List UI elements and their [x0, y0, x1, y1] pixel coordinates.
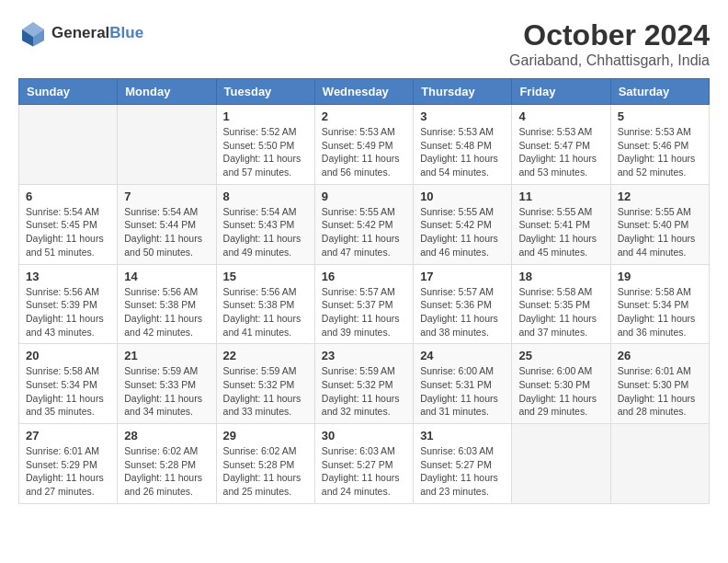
day-number: 8: [223, 190, 308, 203]
day-info: Sunrise: 5:55 AM Sunset: 5:42 PM Dayligh…: [420, 205, 505, 259]
day-info: Sunrise: 5:58 AM Sunset: 5:35 PM Dayligh…: [518, 285, 603, 339]
day-number: 20: [26, 349, 110, 362]
day-info: Sunrise: 5:59 AM Sunset: 5:32 PM Dayligh…: [322, 364, 406, 419]
day-info: Sunrise: 5:57 AM Sunset: 5:36 PM Dayligh…: [420, 285, 505, 339]
logo-icon: [18, 18, 48, 48]
day-number: 14: [124, 270, 209, 283]
day-info: Sunrise: 6:00 AM Sunset: 5:31 PM Dayligh…: [420, 364, 505, 419]
calendar-week-row: 20Sunrise: 5:58 AM Sunset: 5:34 PM Dayli…: [19, 344, 710, 424]
day-info: Sunrise: 5:53 AM Sunset: 5:48 PM Dayligh…: [420, 125, 505, 179]
calendar-day-cell: [610, 424, 709, 504]
day-number: 21: [124, 349, 209, 362]
calendar-day-cell: [19, 105, 118, 185]
day-number: 1: [223, 109, 308, 123]
calendar-header-cell: Saturday: [610, 79, 709, 105]
calendar-day-cell: 27Sunrise: 6:01 AM Sunset: 5:29 PM Dayli…: [19, 424, 118, 504]
day-number: 30: [322, 429, 406, 442]
day-info: Sunrise: 5:55 AM Sunset: 5:40 PM Dayligh…: [618, 205, 702, 259]
calendar-day-cell: 23Sunrise: 5:59 AM Sunset: 5:32 PM Dayli…: [314, 344, 413, 424]
calendar-header-cell: Wednesday: [314, 79, 413, 105]
calendar-day-cell: 12Sunrise: 5:55 AM Sunset: 5:40 PM Dayli…: [610, 184, 709, 264]
calendar-day-cell: 14Sunrise: 5:56 AM Sunset: 5:38 PM Dayli…: [118, 264, 216, 344]
day-info: Sunrise: 5:53 AM Sunset: 5:47 PM Dayligh…: [518, 125, 603, 179]
calendar-day-cell: 2Sunrise: 5:53 AM Sunset: 5:49 PM Daylig…: [314, 105, 413, 185]
calendar-day-cell: 13Sunrise: 5:56 AM Sunset: 5:39 PM Dayli…: [19, 264, 118, 344]
calendar-header-cell: Monday: [118, 79, 216, 105]
day-number: 11: [518, 190, 603, 203]
day-number: 3: [420, 109, 505, 123]
day-number: 24: [420, 349, 505, 362]
calendar-header: SundayMondayTuesdayWednesdayThursdayFrid…: [19, 79, 710, 105]
day-number: 7: [124, 190, 209, 203]
day-number: 6: [26, 190, 110, 203]
day-number: 12: [618, 190, 702, 203]
day-info: Sunrise: 5:56 AM Sunset: 5:39 PM Dayligh…: [26, 285, 110, 339]
calendar-day-cell: 17Sunrise: 5:57 AM Sunset: 5:36 PM Dayli…: [414, 264, 512, 344]
calendar-day-cell: 4Sunrise: 5:53 AM Sunset: 5:47 PM Daylig…: [512, 105, 610, 185]
day-number: 31: [420, 429, 505, 442]
calendar-day-cell: 6Sunrise: 5:54 AM Sunset: 5:45 PM Daylig…: [19, 184, 118, 264]
calendar-header-cell: Friday: [512, 79, 610, 105]
calendar-week-row: 13Sunrise: 5:56 AM Sunset: 5:39 PM Dayli…: [19, 264, 710, 344]
day-info: Sunrise: 5:53 AM Sunset: 5:46 PM Dayligh…: [618, 125, 702, 179]
day-info: Sunrise: 5:52 AM Sunset: 5:50 PM Dayligh…: [223, 125, 308, 179]
day-info: Sunrise: 6:01 AM Sunset: 5:30 PM Dayligh…: [618, 364, 702, 419]
calendar-day-cell: 21Sunrise: 5:59 AM Sunset: 5:33 PM Dayli…: [118, 344, 216, 424]
day-info: Sunrise: 5:56 AM Sunset: 5:38 PM Dayligh…: [223, 285, 308, 339]
day-number: 19: [618, 270, 702, 283]
day-number: 9: [322, 190, 406, 203]
calendar-day-cell: 26Sunrise: 6:01 AM Sunset: 5:30 PM Dayli…: [610, 344, 709, 424]
calendar-header-cell: Thursday: [414, 79, 512, 105]
day-number: 16: [322, 270, 406, 283]
calendar-day-cell: 19Sunrise: 5:58 AM Sunset: 5:34 PM Dayli…: [610, 264, 709, 344]
calendar-day-cell: 29Sunrise: 6:02 AM Sunset: 5:28 PM Dayli…: [216, 424, 314, 504]
calendar-day-cell: 20Sunrise: 5:58 AM Sunset: 5:34 PM Dayli…: [19, 344, 118, 424]
calendar-day-cell: 28Sunrise: 6:02 AM Sunset: 5:28 PM Dayli…: [118, 424, 216, 504]
day-info: Sunrise: 5:59 AM Sunset: 5:32 PM Dayligh…: [223, 364, 308, 419]
day-info: Sunrise: 5:58 AM Sunset: 5:34 PM Dayligh…: [26, 364, 110, 419]
day-info: Sunrise: 6:02 AM Sunset: 5:28 PM Dayligh…: [124, 444, 209, 499]
day-info: Sunrise: 5:55 AM Sunset: 5:42 PM Dayligh…: [322, 205, 406, 259]
day-number: 18: [518, 270, 603, 283]
page-subtitle: Gariaband, Chhattisgarh, India: [509, 52, 710, 69]
day-info: Sunrise: 5:54 AM Sunset: 5:43 PM Dayligh…: [223, 205, 308, 259]
day-info: Sunrise: 5:54 AM Sunset: 5:44 PM Dayligh…: [124, 205, 209, 259]
calendar-header-cell: Tuesday: [216, 79, 314, 105]
day-info: Sunrise: 6:00 AM Sunset: 5:30 PM Dayligh…: [518, 364, 603, 419]
calendar-day-cell: 5Sunrise: 5:53 AM Sunset: 5:46 PM Daylig…: [610, 105, 709, 185]
day-info: Sunrise: 5:56 AM Sunset: 5:38 PM Dayligh…: [124, 285, 209, 339]
day-info: Sunrise: 5:58 AM Sunset: 5:34 PM Dayligh…: [618, 285, 702, 339]
day-info: Sunrise: 5:57 AM Sunset: 5:37 PM Dayligh…: [322, 285, 406, 339]
day-info: Sunrise: 6:02 AM Sunset: 5:28 PM Dayligh…: [223, 444, 308, 499]
calendar-day-cell: 24Sunrise: 6:00 AM Sunset: 5:31 PM Dayli…: [414, 344, 512, 424]
day-number: 17: [420, 270, 505, 283]
calendar-day-cell: 16Sunrise: 5:57 AM Sunset: 5:37 PM Dayli…: [314, 264, 413, 344]
calendar-day-cell: 22Sunrise: 5:59 AM Sunset: 5:32 PM Dayli…: [216, 344, 314, 424]
day-number: 10: [420, 190, 505, 203]
day-info: Sunrise: 5:53 AM Sunset: 5:49 PM Dayligh…: [322, 125, 406, 179]
calendar-table: SundayMondayTuesdayWednesdayThursdayFrid…: [18, 78, 710, 504]
calendar-day-cell: 10Sunrise: 5:55 AM Sunset: 5:42 PM Dayli…: [414, 184, 512, 264]
day-number: 2: [322, 109, 406, 123]
day-number: 25: [518, 349, 603, 362]
calendar-day-cell: 15Sunrise: 5:56 AM Sunset: 5:38 PM Dayli…: [216, 264, 314, 344]
day-number: 28: [124, 429, 209, 442]
calendar-day-cell: 8Sunrise: 5:54 AM Sunset: 5:43 PM Daylig…: [216, 184, 314, 264]
day-number: 23: [322, 349, 406, 362]
day-number: 29: [223, 429, 308, 442]
calendar-header-cell: Sunday: [19, 79, 118, 105]
day-info: Sunrise: 5:55 AM Sunset: 5:41 PM Dayligh…: [518, 205, 603, 259]
day-info: Sunrise: 6:03 AM Sunset: 5:27 PM Dayligh…: [322, 444, 406, 499]
day-number: 13: [26, 270, 110, 283]
calendar-day-cell: 9Sunrise: 5:55 AM Sunset: 5:42 PM Daylig…: [314, 184, 413, 264]
calendar-day-cell: 1Sunrise: 5:52 AM Sunset: 5:50 PM Daylig…: [216, 105, 314, 185]
day-number: 4: [518, 109, 603, 123]
day-info: Sunrise: 5:59 AM Sunset: 5:33 PM Dayligh…: [124, 364, 209, 419]
day-number: 5: [618, 109, 702, 123]
calendar-week-row: 1Sunrise: 5:52 AM Sunset: 5:50 PM Daylig…: [19, 105, 710, 185]
day-info: Sunrise: 6:01 AM Sunset: 5:29 PM Dayligh…: [26, 444, 110, 499]
page-header: GeneralBlue October 2024 Gariaband, Chha…: [18, 18, 710, 69]
calendar-week-row: 6Sunrise: 5:54 AM Sunset: 5:45 PM Daylig…: [19, 184, 710, 264]
day-number: 27: [26, 429, 110, 442]
day-number: 26: [618, 349, 702, 362]
